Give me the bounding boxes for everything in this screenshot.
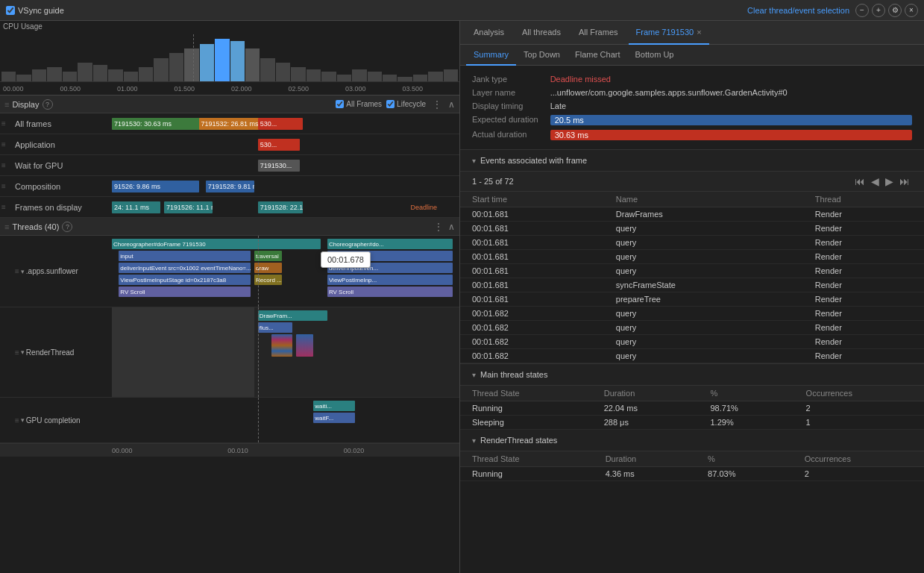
nav-next-btn[interactable]: ▶ [883, 175, 896, 188]
comp-bar-2: 7191528: 9.81 ms [206, 181, 254, 192]
threads-controls: ⋮ ∧ [432, 221, 455, 233]
tab-all-frames[interactable]: All Frames [571, 21, 626, 45]
event-row[interactable]: 00:01.682queryRender [460, 307, 924, 321]
bar-waitf: waitF... [313, 413, 355, 423]
close-btn[interactable]: × [905, 4, 918, 17]
threads-title: Threads (40) [12, 222, 59, 231]
fd-bar-3: 7191528: 22.18 ms [258, 201, 304, 213]
event-row[interactable]: 00:01.681prepareTreeRender [460, 292, 924, 307]
frames-display-row[interactable]: ≡ Frames on display 24: 11.1 ms 7191526:… [0, 197, 459, 218]
bottom-ruler: 00.000 00.010 00.020 [0, 443, 459, 457]
renderthread-states: ▾ RenderThread states Thread State Durat… [460, 430, 924, 481]
rt-state-occ: 2 [793, 467, 924, 481]
threads-content: ≡ ▾ .apps.sunflower Choreographer#doFram… [0, 236, 459, 573]
ruler-1: 00.500 [60, 85, 118, 93]
tab-all-threads[interactable]: All threads [515, 21, 568, 45]
rt-states-header[interactable]: ▾ RenderThread states [460, 430, 924, 451]
main-states-triangle: ▾ [472, 371, 476, 379]
col-thread: Thread [803, 192, 924, 207]
tab-frame-close[interactable]: × [697, 28, 701, 37]
bar-viewpost-2: ViewPostImeInp... [327, 275, 453, 285]
display-section-header: ≡ Display ? All Frames Lifecycle ⋮ ∧ [0, 96, 459, 113]
event-row[interactable]: 00:01.681DrawFramesRender [460, 207, 924, 222]
bar-input-2: input [327, 251, 453, 261]
fd-bar-2: 7191526: 11.1 ms [164, 201, 213, 213]
sub-tab-bottomup[interactable]: Bottom Up [628, 45, 682, 66]
event-row[interactable]: 00:01.681queryRender [460, 264, 924, 278]
wait-gpu-row[interactable]: ≡ Wait for GPU 7191530... [0, 155, 459, 176]
event-name: prepareTree [604, 292, 803, 307]
nav-first-btn[interactable]: ⏮ [852, 175, 867, 188]
display-expand-btn[interactable]: ∧ [448, 99, 455, 110]
clear-selection-btn[interactable]: Clear thread/event selection [747, 6, 849, 15]
state-duration: 22.04 ms [592, 401, 699, 416]
event-row[interactable]: 00:01.681syncFrameStateRender [460, 278, 924, 292]
composition-row[interactable]: ≡ Composition 91526: 9.86 ms 7191528: 9.… [0, 176, 459, 197]
col-start-time: Start time [460, 192, 604, 207]
rt-col-2: % [696, 451, 793, 467]
ms-col-1: Duration [592, 386, 699, 401]
event-start: 00:01.681 [460, 250, 604, 264]
display-help-icon[interactable]: ? [43, 99, 53, 110]
event-row[interactable]: 00:01.682queryRender [460, 335, 924, 349]
gpu-content[interactable]: waiti... waitF... [112, 398, 459, 442]
display-timing-value: Late [550, 101, 912, 110]
rt-state-duration: 4.36 ms [594, 467, 696, 481]
bar-choreo-2: Choreographer#do... [327, 239, 453, 249]
event-row[interactable]: 00:01.681queryRender [460, 222, 924, 236]
nav-last-btn[interactable]: ⏭ [897, 175, 912, 188]
sub-tab-flamechart[interactable]: Flame Chart [568, 45, 628, 66]
state-occ: 2 [794, 401, 924, 416]
threads-more-btn[interactable]: ⋮ [432, 221, 445, 233]
wait-gpu-label: ≡ Wait for GPU [0, 161, 112, 170]
expand-btn[interactable]: + [872, 4, 885, 17]
timeline-ruler: 00.000 00.500 01.000 01.500 02.000 02.50… [0, 81, 459, 95]
layer-name-value: ...unflower/com.google.samples.apps.sunf… [550, 88, 912, 97]
threads-title-group: ≡ Threads (40) ? [4, 222, 72, 232]
event-thread: Render [803, 222, 924, 236]
tab-analysis[interactable]: Analysis [466, 21, 512, 45]
rt-states-title: RenderThread states [480, 436, 557, 445]
display-title: Display [12, 100, 39, 109]
event-name: syncFrameState [604, 278, 803, 292]
all-frames-check[interactable]: All Frames [336, 100, 382, 108]
bar-choreo-1: Choreographer#doFrame 7191530 [112, 239, 321, 249]
rt-col-1: Duration [594, 451, 696, 467]
ruler-6: 03.000 [345, 85, 403, 93]
main-states-header[interactable]: ▾ Main thread states [460, 364, 924, 386]
nav-prev-btn[interactable]: ◀ [869, 175, 881, 188]
events-header[interactable]: ▾ Events associated with frame [460, 150, 924, 172]
event-row[interactable]: 00:01.681queryRender [460, 250, 924, 264]
timeline-area[interactable]: CPU Usage [0, 21, 459, 96]
jank-type-value: Deadline missed [550, 75, 912, 84]
settings-btn[interactable]: ⚙ [888, 4, 902, 17]
sub-tab-summary[interactable]: Summary [466, 45, 516, 66]
tab-frame[interactable]: Frame 7191530 × [629, 21, 709, 45]
event-thread: Render [803, 250, 924, 264]
event-row[interactable]: 00:01.682queryRender [460, 349, 924, 363]
minimize-btn[interactable]: − [855, 4, 869, 17]
nav-buttons: ⏮ ◀ ▶ ⏭ [852, 175, 912, 188]
event-start: 00:01.682 [460, 335, 604, 349]
renderthread-content[interactable]: DrawFram... flus... [112, 307, 459, 397]
sunflower-content[interactable]: Choreographer#doFrame 7191530 Choreograp… [112, 236, 459, 307]
comp-bar-1: 91526: 9.86 ms [112, 181, 199, 192]
sub-tab-topdown[interactable]: Top Down [516, 45, 568, 66]
bar-drawfram: DrawFram... [258, 310, 327, 321]
event-row[interactable]: 00:01.682queryRender [460, 321, 924, 335]
application-row[interactable]: ≡ Application 530... [0, 134, 459, 155]
composition-label: ≡ Composition [0, 182, 112, 191]
event-name: query [604, 264, 803, 278]
events-title: Events associated with frame [480, 156, 587, 165]
ms-col-2: % [698, 386, 793, 401]
threads-expand-btn[interactable]: ∧ [448, 221, 455, 233]
event-row[interactable]: 00:01.681queryRender [460, 236, 924, 250]
event-name: query [604, 236, 803, 250]
vsync-checkbox[interactable] [6, 6, 15, 15]
fd-bar-1: 24: 11.1 ms [112, 201, 160, 213]
thread-label-gpu: ≡ ▾ GPU completion [0, 398, 112, 442]
display-more-btn[interactable]: ⋮ [430, 98, 444, 110]
all-frames-row[interactable]: ≡ All frames 7191530: 30.63 ms 7191532: … [0, 113, 459, 134]
lifecycle-check[interactable]: Lifecycle [386, 100, 426, 108]
threads-help-icon[interactable]: ? [62, 222, 72, 232]
